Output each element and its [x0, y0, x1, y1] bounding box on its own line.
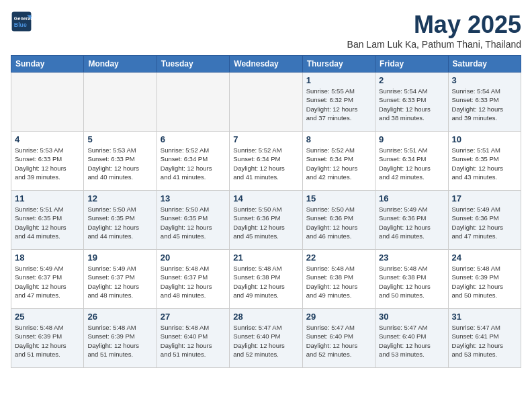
- day-info: Sunrise: 5:54 AM Sunset: 6:33 PM Dayligh…: [452, 87, 517, 122]
- day-cell: 16Sunrise: 5:49 AM Sunset: 6:36 PM Dayli…: [375, 191, 448, 250]
- day-cell: 28Sunrise: 5:47 AM Sunset: 6:40 PM Dayli…: [230, 309, 302, 368]
- day-info: Sunrise: 5:51 AM Sunset: 6:35 PM Dayligh…: [452, 146, 517, 181]
- day-cell: 4Sunrise: 5:53 AM Sunset: 6:33 PM Daylig…: [11, 132, 84, 191]
- svg-text:Blue: Blue: [14, 21, 27, 28]
- day-cell: 22Sunrise: 5:48 AM Sunset: 6:38 PM Dayli…: [302, 250, 375, 309]
- week-row-3: 11Sunrise: 5:51 AM Sunset: 6:35 PM Dayli…: [11, 191, 521, 250]
- day-number: 25: [15, 312, 80, 322]
- day-cell: 29Sunrise: 5:47 AM Sunset: 6:40 PM Dayli…: [302, 309, 375, 368]
- day-info: Sunrise: 5:48 AM Sunset: 6:38 PM Dayligh…: [379, 264, 444, 300]
- day-cell: 20Sunrise: 5:48 AM Sunset: 6:37 PM Dayli…: [157, 250, 229, 309]
- day-info: Sunrise: 5:49 AM Sunset: 6:36 PM Dayligh…: [379, 205, 444, 240]
- day-number: 21: [233, 253, 298, 263]
- calendar-subtitle: Ban Lam Luk Ka, Pathum Thani, Thailand: [347, 39, 521, 50]
- day-number: 7: [233, 134, 298, 144]
- day-cell: 21Sunrise: 5:48 AM Sunset: 6:38 PM Dayli…: [230, 250, 302, 309]
- day-info: Sunrise: 5:50 AM Sunset: 6:35 PM Dayligh…: [87, 205, 152, 240]
- day-info: Sunrise: 5:51 AM Sunset: 6:34 PM Dayligh…: [379, 146, 444, 181]
- day-number: 9: [379, 134, 444, 144]
- day-number: 31: [452, 312, 517, 322]
- day-cell: 27Sunrise: 5:48 AM Sunset: 6:40 PM Dayli…: [157, 309, 229, 368]
- calendar-table: SundayMondayTuesdayWednesdayThursdayFrid…: [11, 55, 521, 368]
- day-info: Sunrise: 5:54 AM Sunset: 6:33 PM Dayligh…: [379, 87, 444, 122]
- day-cell: 1Sunrise: 5:55 AM Sunset: 6:32 PM Daylig…: [302, 73, 375, 132]
- day-number: 12: [87, 193, 152, 203]
- day-info: Sunrise: 5:48 AM Sunset: 6:37 PM Dayligh…: [161, 264, 226, 300]
- day-info: Sunrise: 5:55 AM Sunset: 6:32 PM Dayligh…: [306, 87, 371, 122]
- week-row-2: 4Sunrise: 5:53 AM Sunset: 6:33 PM Daylig…: [11, 132, 521, 191]
- day-info: Sunrise: 5:48 AM Sunset: 6:39 PM Dayligh…: [15, 323, 80, 359]
- day-number: 15: [306, 193, 371, 203]
- day-info: Sunrise: 5:47 AM Sunset: 6:40 PM Dayligh…: [306, 323, 371, 359]
- day-cell: 17Sunrise: 5:49 AM Sunset: 6:36 PM Dayli…: [448, 191, 521, 250]
- day-number: 24: [452, 253, 517, 263]
- day-info: Sunrise: 5:48 AM Sunset: 6:38 PM Dayligh…: [306, 264, 371, 300]
- day-cell: [84, 73, 157, 132]
- day-info: Sunrise: 5:52 AM Sunset: 6:34 PM Dayligh…: [306, 146, 371, 181]
- day-cell: [11, 73, 84, 132]
- calendar-title: May 2025: [347, 11, 521, 39]
- day-cell: 14Sunrise: 5:50 AM Sunset: 6:36 PM Dayli…: [230, 191, 302, 250]
- day-cell: 18Sunrise: 5:49 AM Sunset: 6:37 PM Dayli…: [11, 250, 84, 309]
- day-cell: 9Sunrise: 5:51 AM Sunset: 6:34 PM Daylig…: [375, 132, 448, 191]
- day-number: 20: [161, 253, 226, 263]
- day-cell: [157, 73, 229, 132]
- day-info: Sunrise: 5:50 AM Sunset: 6:35 PM Dayligh…: [161, 205, 226, 240]
- header-saturday: Saturday: [448, 56, 521, 73]
- day-info: Sunrise: 5:49 AM Sunset: 6:37 PM Dayligh…: [15, 264, 80, 300]
- header-sunday: Sunday: [11, 56, 84, 73]
- day-number: 3: [452, 75, 517, 85]
- day-info: Sunrise: 5:48 AM Sunset: 6:38 PM Dayligh…: [233, 264, 298, 300]
- title-block: May 2025 Ban Lam Luk Ka, Pathum Thani, T…: [347, 11, 521, 50]
- day-info: Sunrise: 5:47 AM Sunset: 6:40 PM Dayligh…: [379, 323, 444, 359]
- header-thursday: Thursday: [302, 56, 375, 73]
- day-cell: 24Sunrise: 5:48 AM Sunset: 6:39 PM Dayli…: [448, 250, 521, 309]
- day-info: Sunrise: 5:47 AM Sunset: 6:41 PM Dayligh…: [452, 323, 517, 359]
- day-number: 19: [87, 253, 152, 263]
- day-cell: 30Sunrise: 5:47 AM Sunset: 6:40 PM Dayli…: [375, 309, 448, 368]
- day-cell: 7Sunrise: 5:52 AM Sunset: 6:34 PM Daylig…: [230, 132, 302, 191]
- day-info: Sunrise: 5:48 AM Sunset: 6:40 PM Dayligh…: [161, 323, 226, 359]
- day-number: 29: [306, 312, 371, 322]
- day-cell: 2Sunrise: 5:54 AM Sunset: 6:33 PM Daylig…: [375, 73, 448, 132]
- day-cell: [230, 73, 302, 132]
- day-number: 30: [379, 312, 444, 322]
- day-number: 23: [379, 253, 444, 263]
- day-cell: 23Sunrise: 5:48 AM Sunset: 6:38 PM Dayli…: [375, 250, 448, 309]
- day-info: Sunrise: 5:52 AM Sunset: 6:34 PM Dayligh…: [233, 146, 298, 181]
- day-info: Sunrise: 5:53 AM Sunset: 6:33 PM Dayligh…: [87, 146, 152, 181]
- day-info: Sunrise: 5:51 AM Sunset: 6:35 PM Dayligh…: [15, 205, 80, 240]
- day-number: 18: [15, 253, 80, 263]
- day-number: 17: [452, 193, 517, 203]
- logo: General Blue: [11, 11, 32, 32]
- day-info: Sunrise: 5:49 AM Sunset: 6:37 PM Dayligh…: [87, 264, 152, 300]
- day-cell: 10Sunrise: 5:51 AM Sunset: 6:35 PM Dayli…: [448, 132, 521, 191]
- day-number: 10: [452, 134, 517, 144]
- day-number: 22: [306, 253, 371, 263]
- day-cell: 3Sunrise: 5:54 AM Sunset: 6:33 PM Daylig…: [448, 73, 521, 132]
- day-info: Sunrise: 5:50 AM Sunset: 6:36 PM Dayligh…: [306, 205, 371, 240]
- day-number: 5: [87, 134, 152, 144]
- header-friday: Friday: [375, 56, 448, 73]
- day-number: 11: [15, 193, 80, 203]
- header-row: SundayMondayTuesdayWednesdayThursdayFrid…: [11, 56, 521, 73]
- day-info: Sunrise: 5:49 AM Sunset: 6:36 PM Dayligh…: [452, 205, 517, 240]
- day-info: Sunrise: 5:53 AM Sunset: 6:33 PM Dayligh…: [15, 146, 80, 181]
- day-info: Sunrise: 5:48 AM Sunset: 6:39 PM Dayligh…: [87, 323, 152, 359]
- day-info: Sunrise: 5:47 AM Sunset: 6:40 PM Dayligh…: [233, 323, 298, 359]
- day-number: 16: [379, 193, 444, 203]
- day-number: 6: [161, 134, 226, 144]
- day-info: Sunrise: 5:48 AM Sunset: 6:39 PM Dayligh…: [452, 264, 517, 300]
- day-cell: 15Sunrise: 5:50 AM Sunset: 6:36 PM Dayli…: [302, 191, 375, 250]
- day-info: Sunrise: 5:52 AM Sunset: 6:34 PM Dayligh…: [161, 146, 226, 181]
- day-cell: 26Sunrise: 5:48 AM Sunset: 6:39 PM Dayli…: [84, 309, 157, 368]
- day-cell: 31Sunrise: 5:47 AM Sunset: 6:41 PM Dayli…: [448, 309, 521, 368]
- day-number: 28: [233, 312, 298, 322]
- day-number: 4: [15, 134, 80, 144]
- week-row-4: 18Sunrise: 5:49 AM Sunset: 6:37 PM Dayli…: [11, 250, 521, 309]
- day-number: 2: [379, 75, 444, 85]
- header-monday: Monday: [84, 56, 157, 73]
- day-number: 8: [306, 134, 371, 144]
- header-wednesday: Wednesday: [230, 56, 302, 73]
- day-number: 1: [306, 75, 371, 85]
